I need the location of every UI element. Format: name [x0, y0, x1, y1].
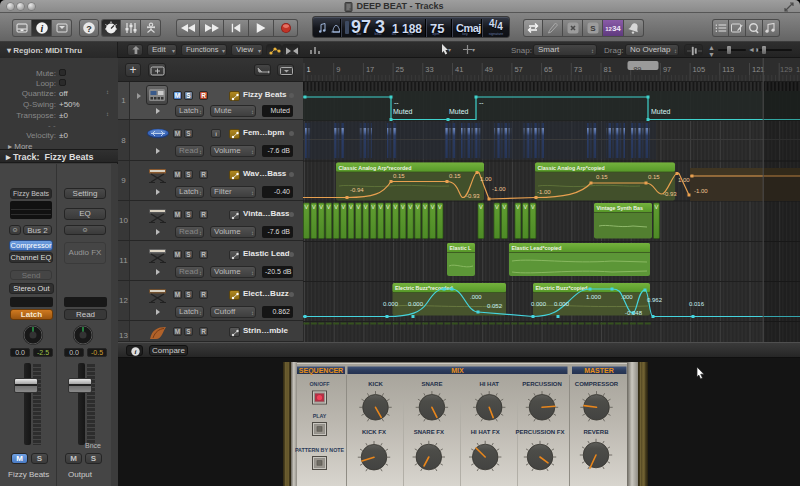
svg-text:V: V [531, 204, 535, 210]
svg-text:V: V [319, 204, 323, 210]
svg-text:V: V [386, 204, 390, 210]
svg-text:V: V [327, 204, 331, 210]
svg-text:ON/OFF: ON/OFF [309, 381, 330, 387]
svg-text:57: 57 [514, 65, 522, 74]
svg-text:97: 97 [663, 65, 671, 74]
svg-text:89: 89 [633, 65, 641, 74]
svg-text:0.15: 0.15 [393, 173, 405, 179]
svg-text:113: 113 [722, 65, 734, 74]
svg-text:V: V [503, 204, 507, 210]
svg-text:V: V [495, 204, 499, 210]
svg-text:?: ? [86, 24, 92, 34]
svg-text:65: 65 [544, 65, 552, 74]
svg-text:1.000: 1.000 [586, 294, 602, 300]
svg-text:Muted: Muted [449, 108, 469, 115]
svg-text:V: V [349, 204, 353, 210]
svg-text:0.000: 0.000 [408, 301, 424, 307]
svg-text:V: V [416, 204, 420, 210]
svg-text:V: V [401, 204, 405, 210]
svg-text:1.00: 1.00 [480, 176, 492, 182]
svg-text:-0.94: -0.94 [350, 187, 364, 193]
svg-text:Electric Buzz*copied: Electric Buzz*copied [536, 285, 588, 291]
svg-text:-0.048: -0.048 [625, 310, 643, 316]
svg-text:9: 9 [336, 65, 340, 74]
svg-text:0.000: 0.000 [531, 301, 547, 307]
svg-text:-0.93: -0.93 [466, 193, 480, 199]
svg-text:V: V [342, 204, 346, 210]
svg-text:V: V [394, 204, 398, 210]
svg-text:-0.93: -0.93 [663, 191, 677, 197]
svg-text:V: V [379, 204, 383, 210]
svg-text:17: 17 [366, 65, 374, 74]
svg-text:V: V [305, 204, 309, 210]
svg-text:S: S [590, 24, 596, 33]
svg-text:Vintage Synth Bas: Vintage Synth Bas [597, 205, 643, 211]
svg-text:41: 41 [455, 65, 463, 74]
svg-text:V: V [356, 204, 360, 210]
svg-text:Muted: Muted [393, 108, 413, 115]
svg-text:1: 1 [796, 65, 800, 74]
svg-text:HI HAT FX: HI HAT FX [471, 429, 500, 435]
svg-text:73: 73 [574, 65, 582, 74]
svg-text:SNARE: SNARE [421, 381, 442, 387]
svg-text:25: 25 [396, 65, 404, 74]
svg-text:PLAY: PLAY [313, 413, 327, 419]
svg-text:V: V [438, 204, 442, 210]
svg-text:V: V [364, 204, 368, 210]
svg-text:0.000: 0.000 [383, 301, 399, 307]
svg-text:0.052: 0.052 [487, 303, 503, 309]
svg-text:Elastic Lead*copied: Elastic Lead*copied [512, 245, 562, 251]
svg-text:-1.00: -1.00 [492, 186, 506, 192]
svg-text:SNARE FX: SNARE FX [414, 429, 444, 435]
svg-text:PATTERN BY NOTE: PATTERN BY NOTE [295, 447, 345, 453]
svg-text:Elastic L: Elastic L [450, 245, 473, 251]
svg-text:V: V [423, 204, 427, 210]
svg-text:V: V [524, 204, 528, 210]
svg-text:49: 49 [485, 65, 493, 74]
svg-text:i: i [40, 23, 43, 34]
svg-text:0.15: 0.15 [596, 174, 608, 180]
svg-text:V: V [334, 204, 338, 210]
svg-text:1.00: 1.00 [678, 177, 690, 183]
svg-text:HI HAT: HI HAT [479, 381, 499, 387]
svg-text:PERCUSSION: PERCUSSION [522, 381, 562, 387]
svg-text:0.016: 0.016 [689, 301, 705, 307]
svg-text:KICK: KICK [368, 381, 383, 387]
svg-text:.000: .000 [470, 294, 482, 300]
svg-text:MASTER: MASTER [584, 367, 614, 374]
svg-text:0.962: 0.962 [647, 297, 663, 303]
svg-text:V: V [312, 204, 316, 210]
svg-text:0.15: 0.15 [449, 173, 461, 179]
svg-text:--: -- [479, 99, 484, 106]
svg-text:.000: .000 [621, 294, 633, 300]
svg-text:V: V [655, 204, 659, 210]
svg-text:SEQUENCER: SEQUENCER [299, 367, 343, 375]
svg-text:V: V [516, 204, 520, 210]
svg-text:Classic Analog Arp*copied: Classic Analog Arp*copied [538, 165, 605, 171]
svg-text:Classic Analog Arp*recorded: Classic Analog Arp*recorded [339, 165, 412, 171]
svg-text:33: 33 [425, 65, 433, 74]
svg-text:81: 81 [604, 65, 612, 74]
svg-text:PERCUSSION FX: PERCUSSION FX [515, 429, 564, 435]
svg-text:KICK FX: KICK FX [362, 429, 386, 435]
svg-text:105: 105 [693, 65, 706, 74]
svg-text:--: -- [394, 99, 399, 106]
svg-text:0.15: 0.15 [648, 174, 660, 180]
svg-text:-1.00: -1.00 [537, 189, 551, 195]
svg-text:V: V [479, 204, 483, 210]
svg-text:0.000: 0.000 [554, 301, 570, 307]
svg-text:V: V [371, 204, 375, 210]
svg-text:129: 129 [780, 65, 793, 74]
svg-text:REVERB: REVERB [583, 429, 609, 435]
svg-text:1: 1 [307, 65, 311, 74]
svg-text:MIX: MIX [451, 367, 464, 374]
svg-text:COMPRESSOR: COMPRESSOR [575, 381, 619, 387]
svg-text:121: 121 [752, 65, 765, 74]
svg-text:-1.00: -1.00 [694, 188, 708, 194]
svg-text:V: V [431, 204, 435, 210]
svg-text:Muted: Muted [651, 108, 671, 115]
svg-text:V: V [408, 204, 412, 210]
svg-text:i: i [135, 348, 137, 356]
